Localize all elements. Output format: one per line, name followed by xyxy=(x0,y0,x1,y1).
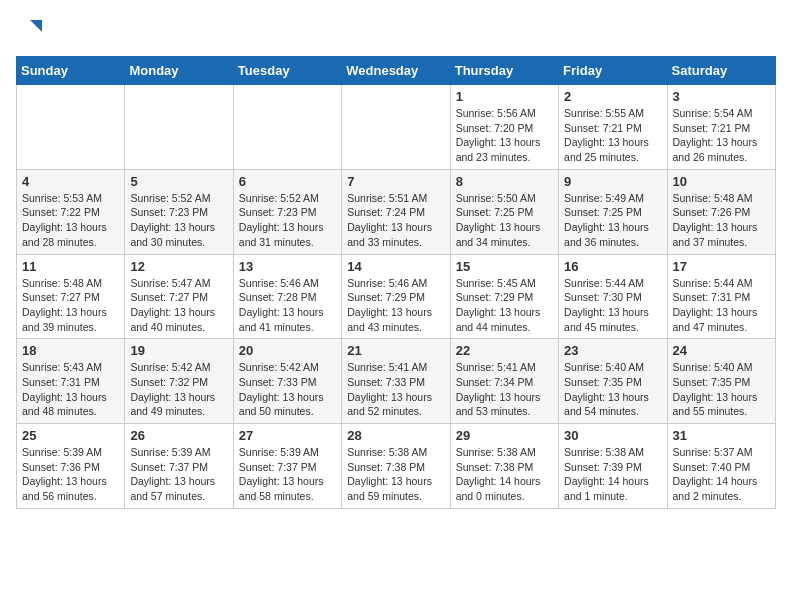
logo xyxy=(16,16,50,46)
day-info: Sunrise: 5:39 AMSunset: 7:36 PMDaylight:… xyxy=(22,445,119,504)
calendar-cell: 14Sunrise: 5:46 AMSunset: 7:29 PMDayligh… xyxy=(342,254,450,339)
calendar-cell: 4Sunrise: 5:53 AMSunset: 7:22 PMDaylight… xyxy=(17,169,125,254)
day-info: Sunrise: 5:40 AMSunset: 7:35 PMDaylight:… xyxy=(564,360,661,419)
day-info: Sunrise: 5:46 AMSunset: 7:29 PMDaylight:… xyxy=(347,276,444,335)
day-info: Sunrise: 5:48 AMSunset: 7:27 PMDaylight:… xyxy=(22,276,119,335)
calendar-cell xyxy=(233,85,341,170)
calendar-cell: 25Sunrise: 5:39 AMSunset: 7:36 PMDayligh… xyxy=(17,424,125,509)
calendar-week-row: 25Sunrise: 5:39 AMSunset: 7:36 PMDayligh… xyxy=(17,424,776,509)
day-number: 16 xyxy=(564,259,661,274)
calendar-week-row: 1Sunrise: 5:56 AMSunset: 7:20 PMDaylight… xyxy=(17,85,776,170)
day-number: 14 xyxy=(347,259,444,274)
day-of-week-header: Thursday xyxy=(450,57,558,85)
calendar-cell: 19Sunrise: 5:42 AMSunset: 7:32 PMDayligh… xyxy=(125,339,233,424)
svg-marker-0 xyxy=(30,20,42,32)
day-info: Sunrise: 5:52 AMSunset: 7:23 PMDaylight:… xyxy=(130,191,227,250)
calendar-cell: 9Sunrise: 5:49 AMSunset: 7:25 PMDaylight… xyxy=(559,169,667,254)
day-info: Sunrise: 5:51 AMSunset: 7:24 PMDaylight:… xyxy=(347,191,444,250)
calendar-cell: 11Sunrise: 5:48 AMSunset: 7:27 PMDayligh… xyxy=(17,254,125,339)
day-number: 24 xyxy=(673,343,770,358)
day-number: 23 xyxy=(564,343,661,358)
day-number: 3 xyxy=(673,89,770,104)
calendar-cell: 1Sunrise: 5:56 AMSunset: 7:20 PMDaylight… xyxy=(450,85,558,170)
calendar-cell xyxy=(17,85,125,170)
calendar-cell: 24Sunrise: 5:40 AMSunset: 7:35 PMDayligh… xyxy=(667,339,775,424)
calendar-cell: 22Sunrise: 5:41 AMSunset: 7:34 PMDayligh… xyxy=(450,339,558,424)
calendar-cell: 6Sunrise: 5:52 AMSunset: 7:23 PMDaylight… xyxy=(233,169,341,254)
calendar-cell xyxy=(342,85,450,170)
day-number: 12 xyxy=(130,259,227,274)
day-number: 18 xyxy=(22,343,119,358)
calendar-cell xyxy=(125,85,233,170)
day-info: Sunrise: 5:52 AMSunset: 7:23 PMDaylight:… xyxy=(239,191,336,250)
day-number: 27 xyxy=(239,428,336,443)
day-number: 19 xyxy=(130,343,227,358)
calendar-cell: 3Sunrise: 5:54 AMSunset: 7:21 PMDaylight… xyxy=(667,85,775,170)
day-info: Sunrise: 5:46 AMSunset: 7:28 PMDaylight:… xyxy=(239,276,336,335)
day-number: 15 xyxy=(456,259,553,274)
day-info: Sunrise: 5:41 AMSunset: 7:33 PMDaylight:… xyxy=(347,360,444,419)
day-number: 7 xyxy=(347,174,444,189)
day-info: Sunrise: 5:38 AMSunset: 7:38 PMDaylight:… xyxy=(456,445,553,504)
day-info: Sunrise: 5:48 AMSunset: 7:26 PMDaylight:… xyxy=(673,191,770,250)
calendar-cell: 31Sunrise: 5:37 AMSunset: 7:40 PMDayligh… xyxy=(667,424,775,509)
day-number: 31 xyxy=(673,428,770,443)
day-number: 22 xyxy=(456,343,553,358)
day-number: 2 xyxy=(564,89,661,104)
day-info: Sunrise: 5:53 AMSunset: 7:22 PMDaylight:… xyxy=(22,191,119,250)
day-of-week-header: Saturday xyxy=(667,57,775,85)
day-info: Sunrise: 5:44 AMSunset: 7:30 PMDaylight:… xyxy=(564,276,661,335)
day-info: Sunrise: 5:39 AMSunset: 7:37 PMDaylight:… xyxy=(130,445,227,504)
day-number: 9 xyxy=(564,174,661,189)
day-number: 6 xyxy=(239,174,336,189)
day-number: 17 xyxy=(673,259,770,274)
calendar-cell: 13Sunrise: 5:46 AMSunset: 7:28 PMDayligh… xyxy=(233,254,341,339)
calendar-header-row: SundayMondayTuesdayWednesdayThursdayFrid… xyxy=(17,57,776,85)
day-info: Sunrise: 5:39 AMSunset: 7:37 PMDaylight:… xyxy=(239,445,336,504)
day-of-week-header: Monday xyxy=(125,57,233,85)
day-info: Sunrise: 5:50 AMSunset: 7:25 PMDaylight:… xyxy=(456,191,553,250)
logo-icon xyxy=(16,16,46,46)
calendar-cell: 10Sunrise: 5:48 AMSunset: 7:26 PMDayligh… xyxy=(667,169,775,254)
day-info: Sunrise: 5:41 AMSunset: 7:34 PMDaylight:… xyxy=(456,360,553,419)
day-number: 4 xyxy=(22,174,119,189)
day-info: Sunrise: 5:38 AMSunset: 7:39 PMDaylight:… xyxy=(564,445,661,504)
calendar-cell: 23Sunrise: 5:40 AMSunset: 7:35 PMDayligh… xyxy=(559,339,667,424)
calendar-cell: 18Sunrise: 5:43 AMSunset: 7:31 PMDayligh… xyxy=(17,339,125,424)
day-info: Sunrise: 5:45 AMSunset: 7:29 PMDaylight:… xyxy=(456,276,553,335)
day-number: 13 xyxy=(239,259,336,274)
day-info: Sunrise: 5:37 AMSunset: 7:40 PMDaylight:… xyxy=(673,445,770,504)
day-info: Sunrise: 5:38 AMSunset: 7:38 PMDaylight:… xyxy=(347,445,444,504)
day-number: 21 xyxy=(347,343,444,358)
calendar-cell: 28Sunrise: 5:38 AMSunset: 7:38 PMDayligh… xyxy=(342,424,450,509)
page-header xyxy=(16,16,776,46)
day-number: 8 xyxy=(456,174,553,189)
calendar-cell: 26Sunrise: 5:39 AMSunset: 7:37 PMDayligh… xyxy=(125,424,233,509)
day-number: 1 xyxy=(456,89,553,104)
calendar-cell: 5Sunrise: 5:52 AMSunset: 7:23 PMDaylight… xyxy=(125,169,233,254)
day-number: 11 xyxy=(22,259,119,274)
day-info: Sunrise: 5:43 AMSunset: 7:31 PMDaylight:… xyxy=(22,360,119,419)
day-info: Sunrise: 5:42 AMSunset: 7:32 PMDaylight:… xyxy=(130,360,227,419)
day-info: Sunrise: 5:47 AMSunset: 7:27 PMDaylight:… xyxy=(130,276,227,335)
day-info: Sunrise: 5:55 AMSunset: 7:21 PMDaylight:… xyxy=(564,106,661,165)
calendar-table: SundayMondayTuesdayWednesdayThursdayFrid… xyxy=(16,56,776,509)
calendar-cell: 15Sunrise: 5:45 AMSunset: 7:29 PMDayligh… xyxy=(450,254,558,339)
day-of-week-header: Sunday xyxy=(17,57,125,85)
calendar-week-row: 4Sunrise: 5:53 AMSunset: 7:22 PMDaylight… xyxy=(17,169,776,254)
calendar-cell: 29Sunrise: 5:38 AMSunset: 7:38 PMDayligh… xyxy=(450,424,558,509)
day-info: Sunrise: 5:42 AMSunset: 7:33 PMDaylight:… xyxy=(239,360,336,419)
calendar-cell: 27Sunrise: 5:39 AMSunset: 7:37 PMDayligh… xyxy=(233,424,341,509)
calendar-week-row: 18Sunrise: 5:43 AMSunset: 7:31 PMDayligh… xyxy=(17,339,776,424)
day-number: 26 xyxy=(130,428,227,443)
calendar-week-row: 11Sunrise: 5:48 AMSunset: 7:27 PMDayligh… xyxy=(17,254,776,339)
day-info: Sunrise: 5:56 AMSunset: 7:20 PMDaylight:… xyxy=(456,106,553,165)
day-number: 28 xyxy=(347,428,444,443)
calendar-cell: 8Sunrise: 5:50 AMSunset: 7:25 PMDaylight… xyxy=(450,169,558,254)
day-number: 25 xyxy=(22,428,119,443)
day-number: 30 xyxy=(564,428,661,443)
day-info: Sunrise: 5:40 AMSunset: 7:35 PMDaylight:… xyxy=(673,360,770,419)
day-info: Sunrise: 5:44 AMSunset: 7:31 PMDaylight:… xyxy=(673,276,770,335)
calendar-cell: 17Sunrise: 5:44 AMSunset: 7:31 PMDayligh… xyxy=(667,254,775,339)
calendar-cell: 30Sunrise: 5:38 AMSunset: 7:39 PMDayligh… xyxy=(559,424,667,509)
